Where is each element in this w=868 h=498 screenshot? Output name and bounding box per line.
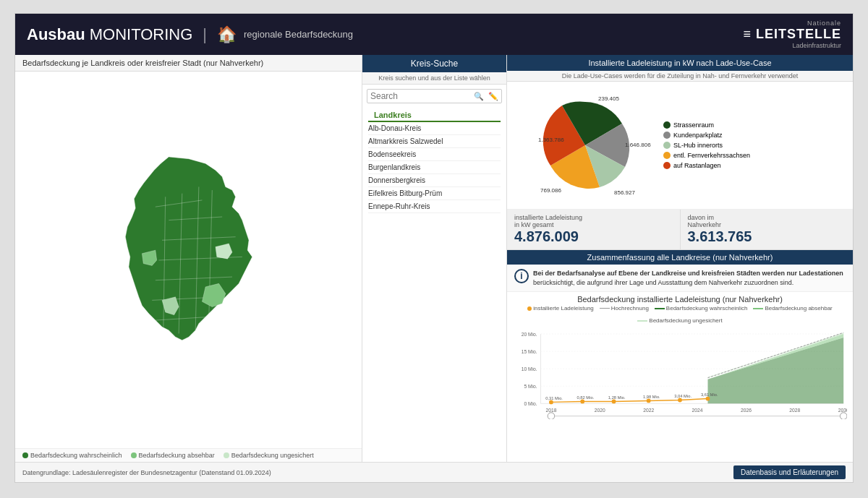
legend-hochrechnung: Hochrechnung: [600, 305, 649, 312]
header: AusbauMONITORING | 🏠 regionale Bedarfsde…: [15, 14, 853, 55]
legend-installiert: installierte Ladeleistung: [527, 305, 594, 312]
legend-wahrscheinlich: Bedarfsdeckung wahrscheinlich: [655, 305, 748, 312]
pie-area: 239.405 1.363.786 769.086 856.927 1.646.…: [507, 82, 853, 210]
pie-legend-dot-2: [663, 142, 671, 149]
y-label-15: 15 Mio.: [522, 349, 537, 354]
germany-map: [102, 152, 276, 369]
legend-dot-ungesichert: [224, 452, 229, 458]
pie-legend-dot-1: [663, 132, 671, 139]
right-panel: Installierte Ladeleistung in kW nach Lad…: [507, 55, 853, 462]
legend-line-ungesichert: [637, 320, 647, 322]
x-label-2024: 2024: [692, 408, 703, 413]
pie-chart-svg: 239.405 1.363.786 769.086 856.927 1.646.…: [513, 87, 658, 203]
pie-legend-item-4: auf Rastanlagen: [663, 162, 847, 169]
pie-legend-item-1: Kundenparkplatz: [663, 132, 847, 139]
kreis-list: Alb-Donau-Kreis Altmarkkreis Salzwedel B…: [362, 122, 506, 462]
list-item[interactable]: Ennepe-Ruhr-Kreis: [368, 200, 501, 213]
footer: Datengrundlage: Ladesäulenregister der B…: [15, 462, 853, 482]
pie-legend-label-0: Strassenraum: [673, 121, 714, 129]
kreis-subheader: Kreis suchen und aus der Liste wählen: [362, 72, 506, 85]
title-divider: |: [203, 25, 207, 44]
list-item[interactable]: Bodenseekreis: [368, 148, 501, 161]
map-panel: Bedarfsdeckung je Landkreis oder kreisfr…: [15, 55, 362, 462]
pie-legend-label-3: entl. Fernverkehrssachsen: [673, 152, 750, 159]
stat-nahverkehr-value: 3.613.765: [688, 228, 846, 245]
logo-main: ≡ LEITSTELLE: [743, 27, 841, 42]
pie-legend-dot-4: [663, 162, 671, 169]
installiert-line: [551, 399, 708, 403]
x-label-2018: 2018: [545, 408, 556, 413]
stat-nahverkehr: davon imNahverkehr 3.613.765: [681, 210, 854, 249]
list-item[interactable]: Altmarkkreis Salzwedel: [368, 135, 501, 148]
line-chart-area: Bedarfsdeckung installierte Ladeleistung…: [507, 292, 853, 462]
legend-label-wahrscheinlich: Bedarfsdeckung wahrscheinlich: [666, 305, 748, 312]
dp-label-2019: 0,82 Mio.: [577, 395, 595, 400]
datenbasis-button[interactable]: Datenbasis und Erläuterungen: [733, 465, 846, 479]
notice-text: berücksichtigt, die aufgrund ihrer Lage …: [533, 279, 793, 286]
map-legend: Bedarfsdeckung wahrscheinlich Bedarfsdec…: [15, 448, 362, 462]
stat-nahverkehr-label: davon imNahverkehr: [688, 214, 846, 228]
legend-absehbar: Bedarfsdeckung absehbar: [753, 305, 832, 312]
list-item[interactable]: Donnersbergkreis: [368, 174, 501, 187]
y-label-20: 20 Mio.: [522, 332, 537, 337]
pie-label-4: 856.927: [614, 189, 635, 196]
list-item[interactable]: Alb-Donau-Kreis: [368, 122, 501, 135]
kreis-header: Kreis-Suche: [362, 55, 506, 72]
search-input[interactable]: [370, 91, 474, 101]
title-regular: MONITORING: [90, 25, 193, 44]
pie-legend-label-1: Kundenparkplatz: [673, 132, 723, 139]
pie-legend-label-4: auf Rastanlagen: [673, 162, 721, 169]
slider-right[interactable]: [840, 413, 847, 419]
pie-legend: Strassenraum Kundenparkplatz SL-Hub inne…: [658, 87, 847, 203]
summary-header: Zusammenfassung alle Landkreise (nur Nah…: [507, 250, 853, 265]
kreis-panel: Kreis-Suche Kreis suchen und aus der Lis…: [362, 55, 507, 462]
line-chart-title: Bedarfsdeckung installierte Ladeleistung…: [513, 295, 847, 304]
pie-legend-item-2: SL-Hub innerorts: [663, 142, 847, 149]
legend-dot-absehbar: [131, 452, 137, 458]
pie-label-2: 1.363.786: [538, 137, 564, 143]
pie-container: 239.405 1.363.786 769.086 856.927 1.646.…: [513, 87, 658, 203]
info-icon: i: [514, 269, 529, 283]
footer-text: Datengrundlage: Ladesäulenregister der B…: [22, 469, 271, 476]
data-point-2022: [678, 398, 682, 403]
app-title: AusbauMONITORING | 🏠 regionale Bedarfsde…: [27, 25, 353, 44]
y-label-0: 0 Mio.: [524, 401, 537, 406]
x-label-2020: 2020: [595, 408, 605, 413]
summary-notice: i Bei der Bedarfsanalyse auf Ebene der L…: [507, 265, 853, 292]
dp-label-2020: 1,28 Mio.: [608, 395, 626, 400]
x-label-2022: 2022: [643, 408, 654, 413]
pie-legend-dot-3: [663, 152, 671, 159]
list-item[interactable]: Eifelkreis Bitburg-Prüm: [368, 187, 501, 200]
legend-dot-wahrscheinlich: [22, 452, 28, 458]
legend-ungesichert: Bedarfsdeckung ungesichert: [224, 452, 314, 459]
pie-legend-label-2: SL-Hub innerorts: [673, 142, 723, 149]
legend-line-absehbar: [753, 308, 763, 309]
logo-area: Nationale ≡ LEITSTELLE Ladeinfrastruktur: [743, 20, 841, 49]
legend-wahrscheinlich: Bedarfsdeckung wahrscheinlich: [22, 452, 122, 459]
slider-left[interactable]: [548, 413, 555, 419]
pie-legend-item-0: Strassenraum: [663, 121, 847, 129]
map-header: Bedarfsdeckung je Landkreis oder kreisfr…: [15, 55, 362, 72]
notice-bold: Bei der Bedarfsanalyse auf Ebene der Lan…: [533, 270, 843, 277]
kreis-list-label: Landkreis: [368, 108, 501, 122]
search-box-container[interactable]: 🔍 ✏️: [367, 89, 502, 103]
title-bold: Ausbau: [27, 25, 85, 44]
dp-label-2022: 3,04 Mio.: [674, 394, 692, 398]
pie-legend-item-3: entl. Fernverkehrssachsen: [663, 152, 847, 159]
germany-outline: [125, 156, 252, 340]
stat-total: installierte Ladeleistungin kW gesamt 4.…: [507, 210, 681, 249]
legend-label-ungesichert: Bedarfsdeckung ungesichert: [649, 317, 722, 324]
pie-chart-header: Installierte Ladeleistung in kW nach Lad…: [507, 55, 853, 71]
legend-absehbar: Bedarfsdeckung absehbar: [131, 452, 215, 459]
x-label-2026: 2026: [741, 408, 752, 413]
y-label-5: 5 Mio.: [524, 384, 537, 389]
legend-ungesichert: Bedarfsdeckung ungesichert: [637, 317, 722, 324]
list-item[interactable]: Burgenlandkreis: [368, 161, 501, 174]
summary-notice-text: Bei der Bedarfsanalyse auf Ebene der Lan…: [533, 269, 843, 287]
dp-label-2018: 0,31 Mio.: [545, 396, 563, 400]
x-label-2028: 2028: [789, 408, 800, 413]
y-label-10: 10 Mio.: [522, 366, 537, 372]
stat-total-value: 4.876.009: [514, 228, 673, 245]
content-area: Bedarfsdeckung je Landkreis oder kreisfr…: [15, 55, 853, 462]
legend-label-installiert: installierte Ladeleistung: [533, 305, 594, 312]
